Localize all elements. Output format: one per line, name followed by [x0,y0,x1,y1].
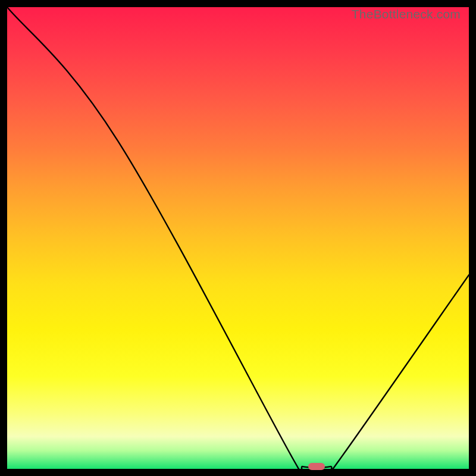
chart-container: TheBottleneck.com [0,0,476,476]
bottleneck-curve [7,7,469,469]
optimal-marker [308,463,325,470]
plot-area: TheBottleneck.com [7,7,469,469]
